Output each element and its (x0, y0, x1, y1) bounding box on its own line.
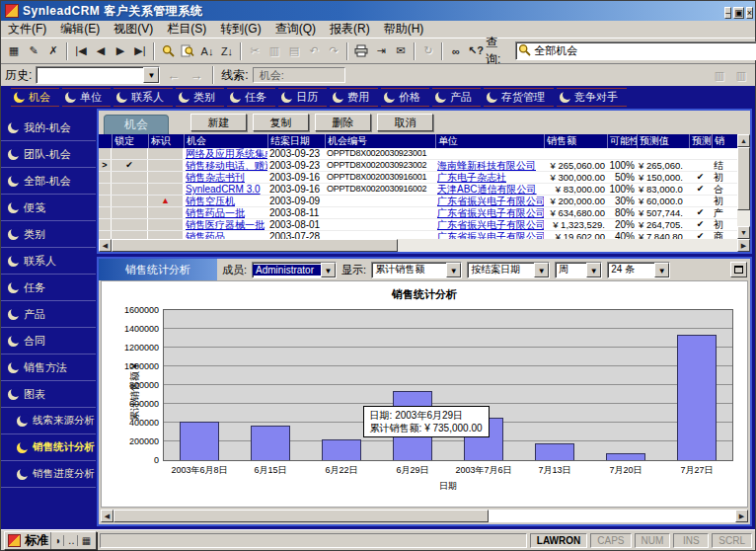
previous-view-icon[interactable]: ▥ (710, 65, 729, 85)
tab-类别[interactable]: 类别 (176, 88, 224, 107)
minimize-button[interactable]: – (724, 7, 731, 19)
action-button-0[interactable]: 新建 (190, 114, 247, 131)
table-vertical-scrollbar[interactable]: ▲ ▼ (737, 134, 750, 239)
query-icon[interactable] (158, 41, 178, 61)
action-button-1[interactable]: 复制 (253, 114, 309, 131)
print-icon[interactable] (351, 41, 371, 61)
menu-item-2[interactable]: 视图(V) (107, 20, 160, 39)
sidebar-item-便笺[interactable]: 便笺 (1, 195, 96, 221)
sidebar-item-类别[interactable]: 类别 (1, 221, 96, 248)
scroll-right-icon[interactable]: ▶ (737, 239, 750, 252)
column-header-锁定[interactable]: 锁定 (112, 134, 148, 148)
forward-icon[interactable]: → (187, 68, 205, 83)
next-record-icon[interactable]: ▶ (111, 41, 130, 61)
tab-单位[interactable]: 单位 (62, 88, 111, 107)
column-header-机会[interactable]: 机会 (184, 134, 267, 148)
column-header-销售额[interactable]: 销售额 (544, 134, 607, 148)
opportunity-link[interactable]: 销售医疗器械一批 (184, 219, 267, 230)
previous-record-icon[interactable]: ◀ (91, 41, 111, 61)
next-view-icon[interactable]: ▥ (731, 65, 751, 85)
last-record-icon[interactable]: ▶| (130, 41, 150, 61)
close-button[interactable]: × (746, 7, 753, 19)
opportunity-link[interactable]: 网络及应用系统集成 (184, 148, 267, 159)
table-row[interactable]: ▲销售空压机2003-09-09广东省振兴电子有限公司¥ 200,000.003… (99, 196, 737, 207)
ime-logo-icon[interactable] (8, 534, 21, 547)
opportunity-link[interactable]: 销售杂志书刊 (184, 172, 267, 183)
table-row[interactable]: 网络及应用系统集成2003-09-23OPPTD8X0020030923001 (99, 148, 737, 160)
history-dropdown-arrow[interactable]: ▼ (143, 67, 159, 83)
display-combobox[interactable]: 累计销售额 ▼ (371, 262, 462, 278)
scroll-up-icon[interactable]: ▲ (737, 134, 750, 147)
sidebar-item-全部-机会[interactable]: 全部-机会 (1, 168, 96, 195)
export-icon[interactable]: ⇥ (371, 41, 391, 61)
action-button-2[interactable]: 删除 (315, 114, 371, 131)
column-header-预测[interactable]: 预测 (689, 134, 712, 148)
ime-moon-icon[interactable]: ◗ (53, 535, 64, 546)
opportunities-panel-tab[interactable]: 机会 (104, 115, 169, 134)
ime-keyboard-icon[interactable]: ▦ (80, 535, 93, 546)
tab-存货管理[interactable]: 存货管理 (484, 88, 554, 107)
column-header-标识[interactable]: 标识 (148, 134, 184, 148)
company-link[interactable]: 广东省振兴电子有限公司 (435, 207, 544, 218)
tab-联系人[interactable]: 联系人 (113, 88, 173, 107)
opportunity-link[interactable]: 销售移动电话、赠送 (184, 160, 267, 171)
sidebar-item-我的-机会[interactable]: 我的-机会 (1, 115, 96, 141)
column-header-销[interactable]: 销 (712, 134, 733, 148)
table-row[interactable]: 销售药品一批2003-08-11广东省振兴电子有限公司¥ 634,680.008… (99, 207, 737, 219)
opportunity-link[interactable]: 销售药品一批 (184, 207, 267, 218)
menu-item-1[interactable]: 编辑(E) (53, 20, 107, 39)
ime-mode-label[interactable]: 标准 (23, 532, 51, 549)
scroll-down-icon[interactable]: ▼ (737, 226, 750, 239)
sidebar-item-销售统计分析[interactable]: 销售统计分析 (1, 434, 96, 461)
history-combobox[interactable]: ▼ (36, 66, 160, 84)
tab-任务[interactable]: 任务 (227, 88, 275, 107)
scroll-left-icon[interactable]: ◀ (99, 239, 112, 252)
sidebar-item-任务[interactable]: 任务 (1, 275, 96, 301)
chart-horizontal-scrollbar[interactable]: ◀ ▶ (101, 510, 748, 522)
tab-竞争对手[interactable]: 竞争对手 (557, 88, 627, 107)
tab-日历[interactable]: 日历 (278, 88, 327, 107)
scroll-right-icon[interactable]: ▶ (735, 510, 748, 522)
tab-机会[interactable]: 机会 (11, 88, 59, 107)
company-link[interactable]: 广东电子杂志社 (435, 172, 544, 183)
member-combobox[interactable]: Administrator ▼ (252, 262, 337, 278)
menu-item-7[interactable]: 帮助(H) (377, 20, 431, 39)
sidebar-item-销售进度分析[interactable]: 销售进度分析 (1, 461, 96, 488)
company-link[interactable]: 天津ABC通信有限公司 (435, 184, 544, 195)
company-link[interactable]: 广东省振兴电子有限公司 (435, 219, 544, 230)
sidebar-item-团队-机会[interactable]: 团队-机会 (1, 141, 96, 168)
opportunity-link[interactable]: 销售药品 (184, 231, 267, 239)
restore-button[interactable]: ▣ (733, 7, 744, 19)
opportunity-link[interactable]: SynleadCRM 3.0 (184, 184, 267, 195)
help-pointer-icon[interactable]: ↖? (466, 41, 486, 61)
delete-record-icon[interactable]: ✗ (43, 41, 63, 61)
company-link[interactable]: 广东省振兴电子有限公司 (435, 231, 544, 239)
menu-item-5[interactable]: 查询(Q) (268, 20, 323, 39)
menu-item-4[interactable]: 转到(G) (213, 20, 267, 39)
column-header-单位[interactable]: 单位 (435, 134, 544, 148)
company-link[interactable]: 海南蜂新科技有限公司 (435, 160, 544, 171)
table-horizontal-scrollbar[interactable]: ◀ ▶ (99, 239, 750, 252)
menu-item-6[interactable]: 报表(R) (323, 20, 377, 39)
send-icon[interactable]: ✉ (391, 41, 411, 61)
ime-toolbar[interactable]: 标准 ◗ ‥ ▦ (4, 531, 97, 550)
query-document-icon[interactable] (178, 41, 197, 61)
sidebar-item-线索来源分析[interactable]: 线索来源分析 (1, 408, 96, 434)
menu-item-0[interactable]: 文件(F) (1, 20, 53, 39)
ime-punctuation-icon[interactable]: ‥ (66, 535, 78, 546)
menu-item-3[interactable]: 栏目(S) (160, 20, 213, 39)
sidebar-item-联系人[interactable]: 联系人 (1, 248, 96, 275)
table-row[interactable]: 销售药品2003-07-28广东省振兴电子有限公司¥ 19,602.0040%¥… (99, 231, 737, 239)
tab-产品[interactable]: 产品 (432, 88, 481, 107)
opportunity-link[interactable]: 销售空压机 (184, 196, 267, 206)
back-icon[interactable]: ← (164, 68, 183, 83)
maximize-panel-button[interactable] (730, 262, 747, 277)
edit-record-icon[interactable]: ✎ (24, 41, 43, 61)
period-combobox[interactable]: 周 ▼ (555, 262, 602, 278)
sidebar-item-合同[interactable]: 合同 (1, 328, 96, 354)
first-record-icon[interactable]: |◀ (71, 41, 91, 61)
tab-费用[interactable]: 费用 (330, 88, 378, 107)
tab-价格[interactable]: 价格 (381, 88, 429, 107)
column-header-机会编号[interactable]: 机会编号 (325, 134, 435, 148)
table-row[interactable]: SynleadCRM 3.02003-09-16OPPTD8X002003091… (99, 184, 737, 196)
